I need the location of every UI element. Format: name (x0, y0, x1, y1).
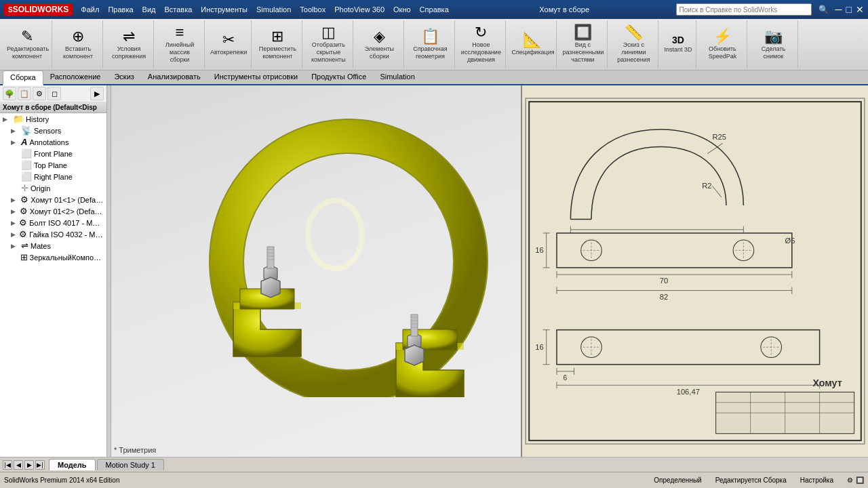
svg-text:Хомут: Хомут (812, 378, 842, 388)
exploded-icon: 🔲 (574, 25, 592, 40)
minimize-button[interactable]: ─ (835, 4, 842, 15)
tab-motion-study[interactable]: Motion Study 1 (97, 459, 164, 470)
sidebar-expand[interactable]: ▶ (90, 87, 104, 100)
tree-item-annotations[interactable]: ▶ A Annotations (0, 136, 106, 148)
search-input[interactable] (676, 3, 812, 16)
menu-window[interactable]: Окно (389, 4, 415, 15)
tool-insert-label: Вставить компонент (58, 45, 98, 60)
tree-item-label: Хомут 01<2> (Default<<De (30, 207, 104, 216)
solidworks-logo: SSOLIDWORKS (4, 3, 73, 16)
tool-show-hidden[interactable]: ◫ Отобразить скрытые компоненты (304, 20, 353, 68)
tree-item-origin[interactable]: ✛ Origin (0, 182, 106, 194)
mates-icon: ⇌ (123, 29, 135, 44)
tool-assembly-features[interactable]: ◈ Элементы сборки (355, 20, 404, 68)
menu-view[interactable]: Вид (138, 4, 160, 15)
tool-move[interactable]: ⊞ Переместить компонент (253, 20, 302, 68)
technical-drawing: Хомут R25 R2 (522, 85, 868, 457)
search-button[interactable]: 🔍 (816, 3, 831, 16)
tool-fasteners[interactable]: ✂ Автокрепежи (206, 20, 252, 68)
tree-item-bolt[interactable]: ▶ ⚙ Болт ISO 4017 - M4 x 12-C< (0, 217, 106, 228)
maximize-button[interactable]: □ (846, 4, 852, 15)
snapshot-icon: 📷 (764, 29, 783, 44)
tab-simulation[interactable]: Simulation (373, 70, 421, 84)
tree-item-right-plane[interactable]: ⬜ Right Plane (0, 171, 106, 182)
tool-snapshot[interactable]: 📷 Сделать снимок (749, 20, 798, 68)
menu-insert[interactable]: Вставка (160, 4, 196, 15)
bottom-tabs-bar: |◀ ◀ ▶ ▶| Модель Motion Study 1 (0, 457, 868, 472)
tree-item-label: Mates (31, 242, 51, 250)
component-icon: ⚙ (19, 229, 27, 239)
sidebar-icon-config[interactable]: ⚙ (33, 87, 46, 100)
clamp-3d-model (179, 113, 532, 397)
tab-drawing-tools[interactable]: Инструменты отрисовки (208, 70, 304, 84)
svg-text:16: 16 (535, 246, 543, 254)
tab-sketch[interactable]: Эскиз (107, 70, 140, 84)
nav-last[interactable]: ▶| (35, 460, 45, 470)
tool-bom[interactable]: 📐 Спецификация (507, 20, 557, 68)
tree-item-history[interactable]: ▶ 📁 History (0, 113, 106, 125)
tree-item-mirror[interactable]: ⊞ ЗеркальныйКомпонент1 (0, 251, 106, 263)
tree-item-front-plane[interactable]: ⬜ Front Plane (0, 148, 106, 159)
expand-icon: ▶ (11, 197, 18, 203)
ribbon-tabs: Сборка Расположение Эскиз Анализировать … (0, 70, 868, 85)
tree-item-nut[interactable]: ▶ ⚙ Гайка ISO 4032 - M4 - W - G (0, 228, 106, 240)
nav-first[interactable]: |◀ (3, 460, 12, 470)
svg-marker-15 (405, 345, 424, 365)
svg-text:Ø5: Ø5 (785, 237, 795, 245)
tool-linear-pattern[interactable]: ≡ Линейный массив сборки (155, 20, 205, 68)
menu-file[interactable]: Файл (77, 4, 103, 15)
tree-item-top-plane[interactable]: ⬜ Top Plane (0, 159, 106, 171)
tool-instant3d[interactable]: 3D Instant 3D (660, 20, 696, 68)
lines-icon: 📏 (625, 25, 643, 40)
sidebar-icon-prop[interactable]: 📋 (18, 87, 31, 100)
tree-item-homut2[interactable]: ▶ ⚙ Хомут 01<2> (Default<<De (0, 205, 106, 217)
menu-tools[interactable]: Инструменты (197, 4, 252, 15)
viewport[interactable]: * Триметрия Хомут (111, 85, 868, 457)
nav-next[interactable]: ▶ (24, 460, 34, 470)
menu-toolbox[interactable]: Toolbox (296, 4, 330, 15)
status-icon-2[interactable]: 🔲 (856, 476, 864, 484)
tool-edit-component[interactable]: ✎ Редактировать компонент (3, 20, 52, 68)
sidebar-icon-display[interactable]: ◻ (47, 87, 61, 100)
speedpak-icon: ⚡ (713, 29, 732, 44)
tool-exploded[interactable]: 🔲 Вид с разнесенными частями (558, 20, 608, 68)
svg-text:R2: R2 (702, 182, 711, 190)
tool-fasteners-label: Автокрепежи (210, 49, 247, 56)
close-button[interactable]: ✕ (856, 4, 864, 15)
tree-item-mates[interactable]: ▶ ⇌ Mates (0, 240, 106, 251)
tool-speedpak[interactable]: ⚡ Обновить SpeedPak (698, 20, 747, 68)
tab-model[interactable]: Модель (49, 459, 96, 470)
tool-insert-component[interactable]: ⊕ Вставить компонент (54, 20, 103, 68)
drawing-view: Хомут R25 R2 (521, 85, 868, 457)
svg-rect-3 (267, 247, 274, 268)
tool-explode-lines[interactable]: 📏 Эскиз с линиями разнесения (609, 20, 658, 68)
tab-office[interactable]: Продукты Office (304, 70, 373, 84)
nav-prev[interactable]: ◀ (14, 460, 23, 470)
tree-item-sensors[interactable]: ▶ 📡 Sensors (0, 125, 106, 136)
tool-geometry-label: Справочная геометрия (410, 45, 450, 60)
tool-motion[interactable]: ↻ Новое исследование движения (456, 20, 506, 68)
instant3d-icon: 3D (672, 35, 684, 45)
status-app-name: SolidWorks Premium 2014 x64 Edition (4, 476, 647, 484)
tool-ref-geometry[interactable]: 📋 Справочная геометрия (406, 20, 455, 68)
status-icons: ⚙ 🔲 (847, 476, 864, 484)
tab-assembly[interactable]: Сборка (3, 70, 43, 85)
menu-edit[interactable]: Правка (104, 4, 137, 15)
plane-icon: ⬜ (21, 160, 32, 170)
menu-help[interactable]: Справка (416, 4, 453, 15)
tab-layout[interactable]: Расположение (43, 70, 108, 84)
tab-analyze[interactable]: Анализировать (141, 70, 208, 84)
svg-marker-8 (261, 277, 280, 298)
status-icon-1[interactable]: ⚙ (847, 476, 853, 484)
tool-lines-label: Эскиз с линиями разнесения (613, 41, 654, 63)
origin-icon: ✛ (21, 183, 28, 193)
menu-photoview[interactable]: PhotoView 360 (330, 4, 389, 15)
tree-item-homut1[interactable]: ▶ ⚙ Хомут 01<1> (Default< (0, 194, 106, 205)
expand-icon: ▶ (3, 116, 11, 123)
tool-mates[interactable]: ⇌ Условия сопряжения (104, 20, 154, 68)
main-area: 🌳 📋 ⚙ ◻ ▶ Хомут в сборе (Default<Disp ▶ … (0, 85, 868, 457)
svg-rect-10 (411, 314, 418, 336)
sidebar: 🌳 📋 ⚙ ◻ ▶ Хомут в сборе (Default<Disp ▶ … (0, 85, 107, 457)
sidebar-icon-tree[interactable]: 🌳 (3, 87, 16, 100)
menu-simulation[interactable]: Simulation (252, 4, 295, 15)
